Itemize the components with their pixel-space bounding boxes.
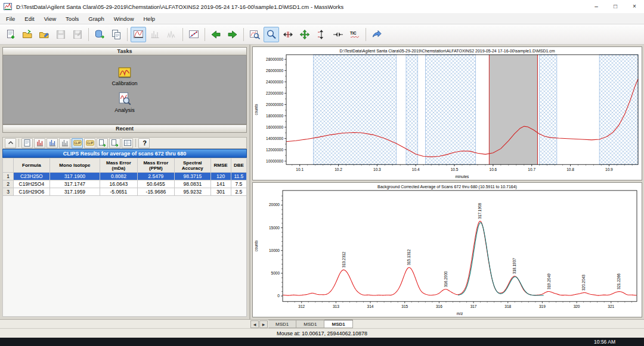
svg-text:321.2266: 321.2266	[617, 273, 621, 289]
tab-scroll-left-icon[interactable]: ◀	[250, 320, 259, 328]
menu-graph[interactable]: Graph	[83, 13, 109, 24]
svg-text:318.1937: 318.1937	[512, 258, 516, 274]
mono-isotope-cell[interactable]: 317.1900	[49, 173, 100, 180]
dbe-cell[interactable]: 7.5	[231, 180, 246, 188]
maximize-button[interactable]: □	[606, 0, 625, 13]
svg-text:14000000: 14000000	[266, 136, 283, 141]
title-bar: D:\TestData\Agilent Santa Clara\05-29-20…	[0, 0, 644, 13]
tic-icon[interactable]: TIC	[347, 27, 363, 42]
svg-text:317: 317	[470, 304, 477, 308]
svg-text:318: 318	[504, 304, 511, 308]
menu-view[interactable]: View	[39, 13, 61, 24]
clips-icon[interactable]: CLIP	[72, 138, 83, 148]
results-table: Formula Mono Isotope Mass Error(mDa) Mas…	[2, 158, 247, 196]
svg-text:10.2: 10.2	[335, 167, 342, 172]
peak-list-icon[interactable]	[47, 138, 58, 148]
rmse-cell[interactable]: 301	[210, 188, 231, 196]
spectral-accuracy-cell[interactable]: 98.0831	[175, 180, 210, 188]
formula-cell[interactable]: C19H25O4	[14, 180, 49, 188]
link-spectrum-icon[interactable]	[369, 27, 385, 42]
rmse-cell[interactable]: 141	[210, 180, 231, 188]
recent-header: Recent	[2, 124, 247, 133]
export-all-icon[interactable]	[109, 138, 120, 148]
formula-cell[interactable]: C16H29O6	[14, 188, 49, 196]
new-file-icon[interactable]	[3, 27, 18, 42]
chromatogram-chart[interactable]: D:\TestData\Agilent Santa Clara\05-29-20…	[252, 46, 642, 180]
menu-file[interactable]: File	[1, 13, 20, 24]
calibration-chart-icon[interactable]	[186, 27, 202, 42]
tab-scroll-right-icon[interactable]: ▶	[259, 320, 268, 328]
menu-tools[interactable]: Tools	[61, 13, 83, 24]
grid-icon[interactable]	[122, 138, 133, 148]
minimize-button[interactable]: –	[587, 0, 606, 13]
col-mass-error-mda: Mass Error(mDa)	[100, 158, 137, 173]
col-formula: Formula	[14, 158, 49, 173]
results-toolbar: CLIPCLIP?	[2, 137, 247, 149]
help-icon[interactable]: ?	[138, 138, 150, 148]
dbe-cell[interactable]: 2.5	[231, 188, 246, 196]
open-file-icon[interactable]	[20, 27, 35, 42]
tab-bar: MSD1MSD1MSD1	[268, 320, 353, 328]
open-edit-icon[interactable]	[36, 27, 52, 42]
export-scan-icon[interactable]	[97, 138, 108, 148]
pan-icon[interactable]	[297, 27, 312, 42]
scale-y-icon[interactable]	[314, 27, 329, 42]
menu-edit[interactable]: Edit	[20, 13, 39, 24]
svg-text:10.3: 10.3	[373, 167, 381, 172]
result-row[interactable]: 3 C16H29O6 317.1959 -5.0651 -15.9686 95.…	[3, 188, 247, 196]
corner-header	[3, 158, 14, 173]
centroid-list-icon[interactable]	[59, 138, 70, 148]
col-rmse: RMSE	[210, 158, 231, 173]
mass-error-mda-cell[interactable]: 0.8082	[100, 173, 137, 180]
mass-error-ppm-cell[interactable]: -15.9686	[137, 188, 174, 196]
chromatogram-view-icon[interactable]	[131, 27, 146, 42]
report-icon[interactable]	[21, 138, 33, 148]
export-database-icon[interactable]	[92, 27, 107, 42]
toolbar-separator	[127, 28, 128, 41]
tab-msd1-0[interactable]: MSD1	[268, 320, 296, 328]
menu-window[interactable]: Window	[109, 13, 139, 24]
main-toolbar: TIC	[0, 24, 644, 45]
shrink-x-icon[interactable]	[330, 27, 346, 42]
col-mono-isotope: Mono Isotope	[49, 158, 100, 173]
menu-help[interactable]: Help	[139, 13, 160, 24]
spectral-accuracy-cell[interactable]: 95.9232	[175, 188, 210, 196]
svg-text:counts: counts	[254, 241, 258, 252]
calibration-task[interactable]: Calibration	[112, 66, 137, 86]
clips-average-icon[interactable]: CLIP	[84, 138, 95, 148]
copy-page-icon[interactable]	[109, 27, 124, 42]
spectrum-chart[interactable]: Background Corrected Average of Scans 67…	[252, 182, 642, 317]
next-scan-icon[interactable]	[225, 27, 240, 42]
mass-error-ppm-cell[interactable]: 2.5479	[137, 173, 174, 180]
svg-text:313: 313	[333, 304, 339, 308]
result-row[interactable]: 2 C19H25O4 317.1747 16.0643 50.6455 98.0…	[3, 180, 247, 188]
analysis-task[interactable]: Analysis	[114, 92, 135, 113]
svg-text:15000: 15000	[269, 226, 280, 230]
mass-error-ppm-cell[interactable]: 50.6455	[137, 180, 174, 188]
tab-msd1-2[interactable]: MSD1	[324, 320, 352, 328]
spectral-accuracy-cell[interactable]: 98.3715	[175, 173, 210, 180]
mono-isotope-cell[interactable]: 317.1959	[49, 188, 100, 196]
calibration-label: Calibration	[112, 80, 137, 86]
formula-cell[interactable]: C23H25O	[14, 173, 49, 180]
chart-panel: D:\TestData\Agilent Santa Clara\05-29-20…	[250, 45, 644, 319]
main-content: Tasks Calibration Analysis Recent CLIPCL…	[0, 45, 644, 319]
tab-msd1-1[interactable]: MSD1	[296, 320, 324, 328]
mass-error-mda-cell[interactable]: -5.0651	[100, 188, 137, 196]
previous-scan-icon[interactable]	[208, 27, 224, 42]
zoom-icon[interactable]	[264, 27, 279, 42]
rmse-cell[interactable]: 120	[210, 173, 231, 180]
ion-trace-icon[interactable]	[34, 138, 45, 148]
close-button[interactable]: ×	[625, 0, 644, 13]
expand-x-icon[interactable]	[280, 27, 296, 42]
result-row[interactable]: 1 C23H25O 317.1900 0.8082 2.5479 98.3715…	[3, 173, 247, 180]
svg-text:314: 314	[367, 304, 374, 308]
collapse-button[interactable]	[5, 138, 16, 148]
zoom-reset-icon[interactable]	[247, 27, 262, 42]
col-mass-error-ppm: Mass Error(PPM)	[137, 158, 174, 173]
toolbar-separator	[243, 28, 244, 41]
dbe-cell[interactable]: 11.5	[231, 173, 246, 180]
analysis-task-icon	[117, 92, 132, 106]
mono-isotope-cell[interactable]: 317.1747	[49, 180, 100, 188]
mass-error-mda-cell[interactable]: 16.0643	[100, 180, 137, 188]
